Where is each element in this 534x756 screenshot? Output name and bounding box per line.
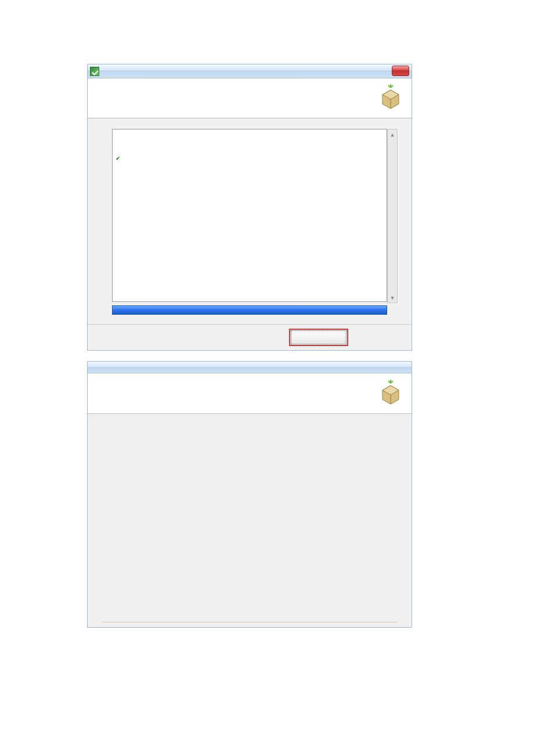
check-icon: ✔ xyxy=(116,154,120,162)
box-icon xyxy=(378,380,403,405)
progress-bar xyxy=(112,305,387,315)
cancel-button[interactable] xyxy=(357,330,403,344)
scrollbar[interactable]: ▲ ▼ xyxy=(387,129,398,303)
content-area xyxy=(88,414,412,627)
titlebar[interactable] xyxy=(88,64,412,78)
scroll-up-icon[interactable]: ▲ xyxy=(388,129,397,139)
dialog-footer xyxy=(88,324,412,350)
installer-dialog-syscheck xyxy=(87,361,412,628)
app-icon xyxy=(90,67,99,76)
titlebar[interactable] xyxy=(88,362,412,373)
dialog-header xyxy=(88,373,412,414)
progress-row xyxy=(88,302,412,324)
panel-item-row: ✔ xyxy=(116,154,383,162)
box-icon xyxy=(378,84,403,110)
components-panel: ▲ ▼ ✔ xyxy=(112,129,387,302)
next-button[interactable] xyxy=(291,330,347,344)
content-area: ▲ ▼ ✔ xyxy=(88,118,412,302)
installer-dialog-prerequisites: ▲ ▼ ✔ xyxy=(87,64,412,351)
close-button[interactable] xyxy=(392,66,409,76)
scroll-down-icon[interactable]: ▼ xyxy=(388,293,397,303)
divider xyxy=(102,622,398,622)
dialog-header xyxy=(88,78,412,118)
